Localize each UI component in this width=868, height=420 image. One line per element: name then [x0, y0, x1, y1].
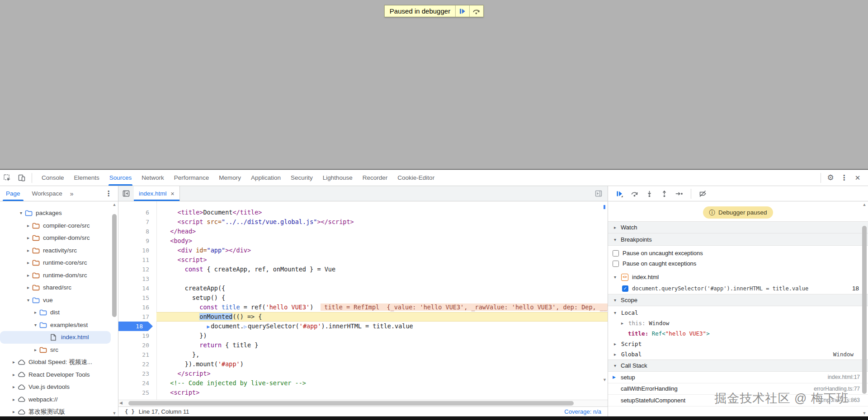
section-watch[interactable]: ▸ Watch — [608, 221, 868, 233]
scroll-down-icon[interactable]: ▼ — [112, 411, 117, 415]
resume-script-button[interactable] — [455, 5, 469, 17]
step-over-button[interactable] — [628, 188, 641, 200]
scope-this-row[interactable]: ▸ this: Window — [608, 318, 868, 328]
section-call-stack[interactable]: ▾ Call Stack — [608, 359, 868, 372]
code-line-16[interactable]: 16 const title = ref('hello VUE3')title … — [118, 303, 608, 312]
tree-item-dist[interactable]: ▸dist — [0, 306, 118, 319]
chevron-right-icon[interactable]: ▸ — [24, 223, 32, 228]
inline-breakpoint-outline-icon[interactable]: ▷ — [244, 324, 248, 330]
tree-item-src[interactable]: ▸src — [0, 344, 118, 356]
line-number[interactable]: 15 — [118, 293, 156, 303]
tab-sources[interactable]: Sources — [104, 170, 137, 186]
sidebar-scrollbar[interactable]: ▲ ▼ — [862, 202, 868, 415]
step-button[interactable] — [673, 188, 685, 200]
scroll-left-icon[interactable]: ◀ — [119, 401, 123, 405]
call-stack-frame[interactable]: callWithErrorHandling errorHandling.ts:7… — [608, 383, 868, 395]
chevron-right-icon[interactable]: ▸ — [24, 235, 32, 240]
line-number[interactable]: 24 — [118, 378, 156, 388]
code-line-17[interactable]: 17 onMounted(() => { — [118, 312, 608, 322]
line-number[interactable]: 14 — [118, 284, 156, 293]
tab-security[interactable]: Security — [286, 170, 318, 186]
chevron-right-icon[interactable]: ▸ — [24, 260, 32, 265]
tab-elements[interactable]: Elements — [69, 170, 104, 186]
code-line-12[interactable]: 12 const { createApp, ref, onMounted } =… — [118, 265, 608, 274]
settings-gear-icon[interactable]: ⚙ — [824, 172, 837, 184]
line-number[interactable]: 13 — [118, 274, 156, 284]
scroll-down-icon[interactable]: ▼ — [602, 378, 608, 382]
chevron-right-icon[interactable]: ▸ — [32, 310, 39, 315]
tree-item-[interactable]: ▸篡改猴测试版 — [0, 406, 118, 416]
section-breakpoints[interactable]: ▾ Breakpoints — [608, 233, 868, 246]
coverage-link[interactable]: Coverage: n/a — [564, 408, 601, 415]
editor-tab-index-html[interactable]: index.html × — [134, 186, 180, 201]
line-number[interactable]: 22 — [118, 359, 156, 369]
pretty-print-icon[interactable]: { } — [125, 409, 135, 415]
close-devtools-icon[interactable]: ✕ — [851, 172, 864, 184]
code-line-21[interactable]: 21 }, — [118, 350, 608, 359]
line-number[interactable]: 6 — [118, 208, 156, 217]
step-into-button[interactable] — [643, 188, 656, 200]
code-line-14[interactable]: 14 createApp({ — [118, 284, 608, 293]
tree-item-shared-src[interactable]: ▸shared/src — [0, 281, 118, 294]
sidebar-scrollbar-thumb[interactable] — [862, 226, 867, 394]
line-number[interactable]: 21 — [118, 350, 156, 359]
scroll-up-icon[interactable]: ▲ — [112, 202, 117, 207]
tab-workspace[interactable]: Workspace — [26, 186, 68, 201]
navigator-more-icon[interactable]: ⋮ — [102, 187, 115, 200]
tree-item-runtime-core-src[interactable]: ▸runtime-core/src — [0, 257, 118, 269]
tree-item-examples-test[interactable]: ▾examples/test — [0, 319, 118, 331]
call-stack-frame-setup[interactable]: ▶ setup index.html:17 — [608, 372, 868, 383]
code-line-13[interactable]: 13 — [118, 274, 608, 284]
code-line-23[interactable]: 23 </script> — [118, 369, 608, 378]
line-number[interactable]: 19 — [118, 331, 156, 341]
chevron-down-icon[interactable]: ▾ — [32, 322, 39, 327]
step-over-banner-button[interactable] — [469, 5, 483, 17]
code-line-10[interactable]: 10 <div id="app"></div> — [118, 246, 608, 255]
line-number[interactable]: 9 — [118, 236, 156, 246]
code-line-24[interactable]: 24 <!-- Code injected by live-server --> — [118, 378, 608, 388]
code-line-20[interactable]: 20 return { title } — [118, 341, 608, 350]
editor-vertical-scrollbar[interactable]: ▼ — [602, 201, 608, 383]
chevron-right-icon[interactable]: ▸ — [32, 347, 39, 352]
tree-item-index-html[interactable]: index.html — [0, 331, 111, 344]
code-line-6[interactable]: 6 <title>Document</title> — [118, 208, 608, 217]
scroll-down-icon[interactable]: ▼ — [862, 411, 867, 415]
step-out-button[interactable] — [658, 188, 670, 200]
line-number[interactable]: 16 — [118, 303, 156, 312]
code-line-8[interactable]: 8 </head> — [118, 227, 608, 236]
pause-caught-checkbox[interactable] — [613, 261, 619, 267]
tab-console[interactable]: Console — [37, 170, 69, 186]
code-line-15[interactable]: 15 setup() { — [118, 293, 608, 303]
code-line-11[interactable]: 11 <script> — [118, 255, 608, 265]
call-stack-frame[interactable]: setupStatefulComponent component.ts:863 — [608, 395, 868, 406]
line-number[interactable]: 10 — [118, 246, 156, 255]
chevron-down-icon[interactable]: ▾ — [17, 210, 25, 215]
more-tabs-chevron-icon[interactable]: » — [68, 190, 75, 197]
scope-local-row[interactable]: ▾ Local — [608, 308, 868, 318]
code-line-7[interactable]: 7 <script src="../../dist/vue.global.js"… — [118, 217, 608, 227]
pause-uncaught-checkbox[interactable] — [613, 250, 619, 257]
tab-application[interactable]: Application — [246, 170, 286, 186]
chevron-right-icon[interactable]: ▸ — [10, 384, 18, 389]
chevron-right-icon[interactable]: ▸ — [24, 248, 32, 253]
tab-page[interactable]: Page — [0, 186, 26, 201]
tree-scrollbar-thumb[interactable] — [112, 214, 117, 317]
show-debugger-sidebar-icon[interactable] — [590, 186, 608, 201]
chevron-right-icon[interactable]: ▸ — [10, 397, 18, 402]
collapse-sidebar-icon[interactable] — [118, 186, 134, 201]
breakpoint-arrow-badge[interactable]: 18 — [118, 322, 153, 331]
section-scope[interactable]: ▾ Scope — [608, 294, 868, 306]
tab-performance[interactable]: Performance — [169, 170, 214, 186]
line-number[interactable]: 8 — [118, 227, 156, 236]
horizontal-scrollbar-thumb[interactable] — [128, 401, 574, 406]
tree-item-compiler-dom-src[interactable]: ▸compiler-dom/src — [0, 232, 118, 244]
scroll-up-icon[interactable]: ▲ — [862, 202, 867, 207]
tree-item-reactivity-src[interactable]: ▸reactivity/src — [0, 244, 118, 257]
code-line-25[interactable]: 25 <script> — [118, 388, 608, 397]
chevron-right-icon[interactable]: ▸ — [10, 372, 18, 377]
breakpoint-file-group[interactable]: ▾ <> index.html — [608, 271, 868, 283]
tab-memory[interactable]: Memory — [214, 170, 246, 186]
device-toolbar-icon[interactable] — [14, 172, 29, 184]
tab-lighthouse[interactable]: Lighthouse — [318, 170, 358, 186]
resume-button[interactable] — [613, 188, 626, 200]
